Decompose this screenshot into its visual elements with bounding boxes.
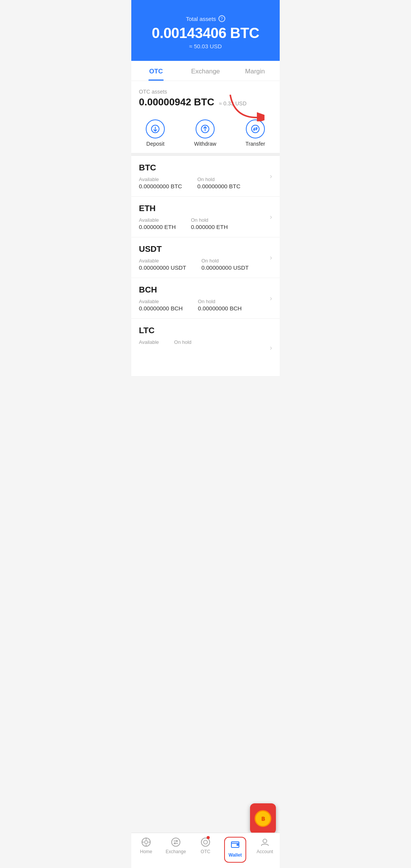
header: Total assets ? 0.00143406 BTC ≈ 50.03 US… (131, 0, 280, 61)
transfer-label: Transfer (245, 141, 265, 147)
usdt-available-value: 0.00000000 USDT (139, 264, 186, 271)
btc-available-value: 0.00000000 BTC (139, 183, 182, 189)
eth-available-value: 0.000000 ETH (139, 224, 176, 230)
withdraw-label: Withdraw (194, 141, 216, 147)
ltc-onhold-label: On hold (174, 339, 192, 345)
total-amount: 0.00143406 BTC (139, 25, 272, 41)
withdraw-icon (196, 119, 215, 138)
usdt-chevron: › (270, 254, 272, 262)
btc-chevron: › (270, 172, 272, 180)
total-assets-label: Total assets (186, 16, 216, 22)
eth-chevron: › (270, 213, 272, 221)
tab-margin[interactable]: Margin (230, 61, 280, 81)
deposit-button[interactable]: Deposit (146, 119, 165, 147)
otc-amount: 0.00000942 BTC (139, 96, 214, 108)
transfer-button[interactable]: Transfer (245, 119, 265, 147)
ltc-chevron: › (270, 343, 272, 351)
withdraw-button[interactable]: Withdraw (194, 119, 216, 147)
currency-item-ltc[interactable]: LTC Available On hold › (131, 319, 280, 377)
eth-onhold-label: On hold (191, 217, 228, 223)
bch-available-value: 0.00000000 BCH (139, 305, 183, 312)
bch-onhold-value: 0.00000000 BCH (198, 305, 242, 312)
currency-item-eth[interactable]: ETH Available 0.000000 ETH On hold 0.000… (131, 197, 280, 237)
actions-bar: Deposit Withdraw Transfer (131, 112, 280, 153)
tab-otc[interactable]: OTC (131, 61, 181, 81)
currency-item-usdt[interactable]: USDT Available 0.00000000 USDT On hold 0… (131, 237, 280, 278)
bch-name: BCH (139, 285, 272, 295)
eth-name: ETH (139, 203, 272, 213)
bch-onhold-label: On hold (198, 299, 242, 304)
currency-item-bch[interactable]: BCH Available 0.00000000 BCH On hold 0.0… (131, 278, 280, 319)
deposit-label: Deposit (147, 141, 164, 147)
usdt-onhold-value: 0.00000000 USDT (201, 264, 249, 271)
currency-list: BTC Available 0.00000000 BTC On hold 0.0… (131, 156, 280, 377)
otc-assets-label: OTC assets (139, 89, 272, 95)
usdt-available-label: Available (139, 258, 186, 264)
eth-available-label: Available (139, 217, 176, 223)
currency-item-btc[interactable]: BTC Available 0.00000000 BTC On hold 0.0… (131, 156, 280, 197)
section-divider (131, 153, 280, 156)
btc-available-label: Available (139, 176, 182, 182)
bch-available-label: Available (139, 299, 183, 304)
btc-onhold-value: 0.00000000 BTC (197, 183, 240, 189)
deposit-icon (146, 119, 165, 138)
btc-name: BTC (139, 163, 272, 173)
transfer-icon (246, 119, 265, 138)
btc-onhold-label: On hold (197, 176, 240, 182)
ltc-name: LTC (139, 326, 272, 335)
bch-chevron: › (270, 294, 272, 302)
tabs: OTC Exchange Margin (131, 61, 280, 81)
total-usd: ≈ 50.03 USD (139, 43, 272, 49)
svg-point-2 (252, 125, 259, 133)
eth-onhold-value: 0.000000 ETH (191, 224, 228, 230)
otc-section: OTC assets 0.00000942 BTC ≈ 0.33 USD (131, 81, 280, 112)
usdt-name: USDT (139, 244, 272, 254)
tab-exchange[interactable]: Exchange (181, 61, 230, 81)
help-icon[interactable]: ? (218, 15, 225, 22)
usdt-onhold-label: On hold (201, 258, 249, 264)
otc-usd: ≈ 0.33 USD (219, 100, 246, 107)
ltc-available-label: Available (139, 339, 159, 345)
